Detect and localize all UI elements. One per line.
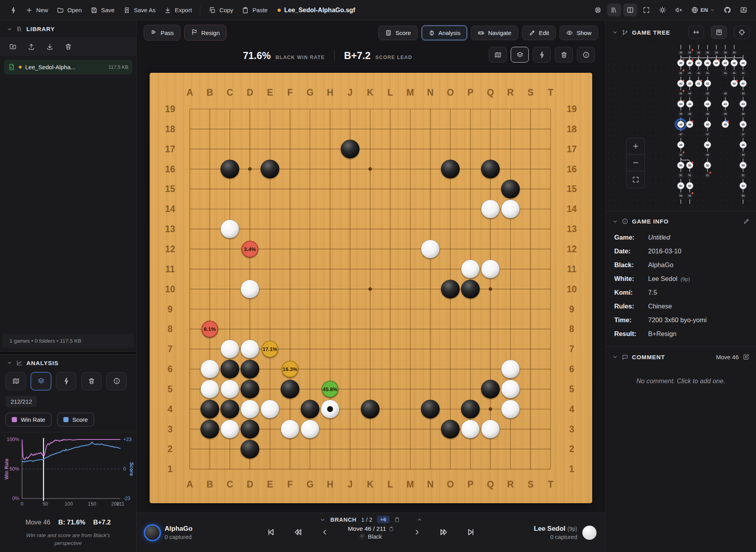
tree-arrows-h-button[interactable] [688, 26, 704, 39]
clipboard-icon[interactable] [389, 526, 394, 532]
comment-body[interactable]: No comment. Click to add one. [606, 366, 756, 397]
black-stone-E16[interactable] [261, 160, 279, 178]
analysis-mark-H5[interactable]: 45.8% [322, 381, 338, 397]
fullscreen-button[interactable] [639, 4, 653, 17]
next-move-button[interactable] [411, 526, 423, 539]
black-stone-K4[interactable] [361, 400, 380, 418]
white-stone-B5[interactable] [200, 380, 219, 398]
edit-game-info-icon[interactable] [743, 218, 750, 225]
analysis-mark-B8[interactable]: 6.1% [202, 321, 218, 337]
black-stone-B4[interactable] [200, 400, 219, 418]
game-tree[interactable]: 3940414243444546474849505152533940414243… [606, 44, 756, 209]
sound-button[interactable] [672, 4, 686, 17]
library-file-item[interactable]: Lee_Sedol-Alpha... 117.5 KB [4, 60, 132, 74]
comment-header[interactable]: COMMENT Move 46 [606, 348, 756, 366]
black-stone-C4[interactable] [220, 400, 239, 418]
library-toggle-button[interactable] [607, 4, 621, 17]
black-stone-D6[interactable] [241, 360, 259, 378]
trash-tool-button[interactable] [555, 47, 573, 63]
library-header[interactable]: LIBRARY [0, 20, 136, 37]
black-stone-O3[interactable] [441, 420, 460, 438]
first-move-button[interactable] [265, 526, 277, 539]
game-tree-header[interactable]: GAME TREE [606, 20, 756, 44]
white-stone-G3[interactable] [301, 420, 319, 438]
black-stone-Q5[interactable] [481, 380, 500, 398]
white-stone-C3[interactable] [220, 420, 239, 438]
black-stone-O10[interactable] [441, 280, 460, 298]
tree-target-button[interactable] [734, 26, 750, 39]
white-stone-D10[interactable] [241, 280, 259, 298]
white-stone-C5[interactable] [220, 380, 239, 398]
black-stone-Q16[interactable] [481, 160, 500, 178]
chevron-up-icon[interactable] [416, 517, 422, 523]
black-stone-D3[interactable] [241, 420, 259, 438]
white-stone-R4[interactable] [501, 400, 520, 418]
go-board[interactable]: AABBCCDDEEFFGGHHJJKKLLMMNNOOPPQQRRSSTT19… [150, 73, 592, 503]
folder-plus-button[interactable] [6, 40, 20, 53]
white-stone-Q11[interactable] [481, 260, 500, 278]
winrate-plot[interactable]: 100%50%0%+230-23050100150200211Win RateS… [2, 436, 135, 516]
white-stone-Q14[interactable] [481, 200, 500, 218]
export-button[interactable]: Export [160, 4, 196, 17]
analysis-mark-D12[interactable]: 3.4% [242, 241, 258, 257]
black-stone-C6[interactable] [220, 360, 239, 378]
winrate-chart[interactable]: 100%50%0%+230-23050100150200211Win RateS… [0, 432, 136, 516]
edit-comment-icon[interactable] [743, 353, 750, 360]
layers-tool-button[interactable] [31, 372, 51, 390]
paste-button[interactable]: Paste [237, 4, 272, 17]
analysis-mark-E7[interactable]: 17.1% [262, 341, 278, 357]
legend-toggle-score[interactable]: Score [57, 413, 94, 426]
black-stone-C16[interactable] [220, 160, 239, 178]
black-stone-J17[interactable] [341, 140, 359, 158]
language-button[interactable]: EN [688, 4, 718, 17]
new-button[interactable]: New [21, 4, 52, 17]
board-svg[interactable]: AABBCCDDEEFFGGHHJJKKLLMMNNOOPPQQRRSSTT19… [150, 73, 592, 503]
analysis-mark-F6[interactable]: 16.3% [282, 361, 298, 377]
black-stone-B3[interactable] [200, 420, 219, 438]
black-stone-N4[interactable] [421, 400, 439, 418]
white-stone-D4[interactable] [241, 400, 259, 418]
map-tool-button[interactable] [6, 372, 26, 390]
mode-edit-button[interactable]: Edit [522, 26, 556, 40]
github-button[interactable] [721, 4, 734, 17]
chevron-down-icon[interactable] [319, 517, 326, 523]
bolt-tool-button[interactable] [56, 372, 76, 390]
white-stone-R6[interactable] [501, 360, 520, 378]
black-stone-G4[interactable] [301, 400, 319, 418]
trash-button[interactable] [61, 40, 76, 53]
theme-button[interactable] [656, 4, 669, 17]
copy-button[interactable]: Copy [204, 4, 237, 17]
white-stone-P3[interactable] [461, 420, 480, 438]
download-tray-button[interactable] [43, 40, 57, 53]
prev-move-button[interactable] [319, 526, 330, 539]
info-tool-button[interactable] [577, 47, 595, 63]
white-stone-C7[interactable] [220, 340, 239, 358]
white-stone-R14[interactable] [501, 200, 520, 218]
engine-button[interactable] [591, 4, 605, 17]
tree-zoom-expand-button[interactable] [626, 171, 645, 188]
legend-toggle-win-rate[interactable]: Win Rate [6, 413, 52, 426]
black-stone-D2[interactable] [241, 440, 259, 458]
trash-tool-button[interactable] [81, 372, 102, 390]
tree-zoom-minus-button[interactable] [626, 155, 645, 171]
black-stone-P4[interactable] [461, 400, 480, 418]
game-info-header[interactable]: GAME INFO [606, 213, 756, 230]
white-stone-Q3[interactable] [481, 420, 500, 438]
mode-navigate-button[interactable]: Navigate [471, 26, 518, 40]
dock-button[interactable] [737, 4, 750, 17]
white-stone-E4[interactable] [261, 400, 279, 418]
mode-score-button[interactable]: Score [378, 26, 417, 40]
last-move-button[interactable] [465, 526, 477, 539]
white-stone-N12[interactable] [421, 240, 439, 258]
rewind-button[interactable] [292, 526, 304, 539]
white-stone-R5[interactable] [501, 380, 520, 398]
black-stone-P10[interactable] [461, 280, 480, 298]
resign-button[interactable]: Resign [184, 25, 226, 41]
tree-zoom-plus-button[interactable] [626, 138, 645, 155]
white-stone-D7[interactable] [241, 340, 259, 358]
analysis-header[interactable]: ANALYSIS [0, 354, 136, 371]
open-button[interactable]: Open [52, 4, 86, 17]
info-tool-button[interactable] [106, 372, 127, 390]
save-as-button[interactable]: Save As [119, 4, 160, 17]
black-stone-D5[interactable] [241, 380, 259, 398]
